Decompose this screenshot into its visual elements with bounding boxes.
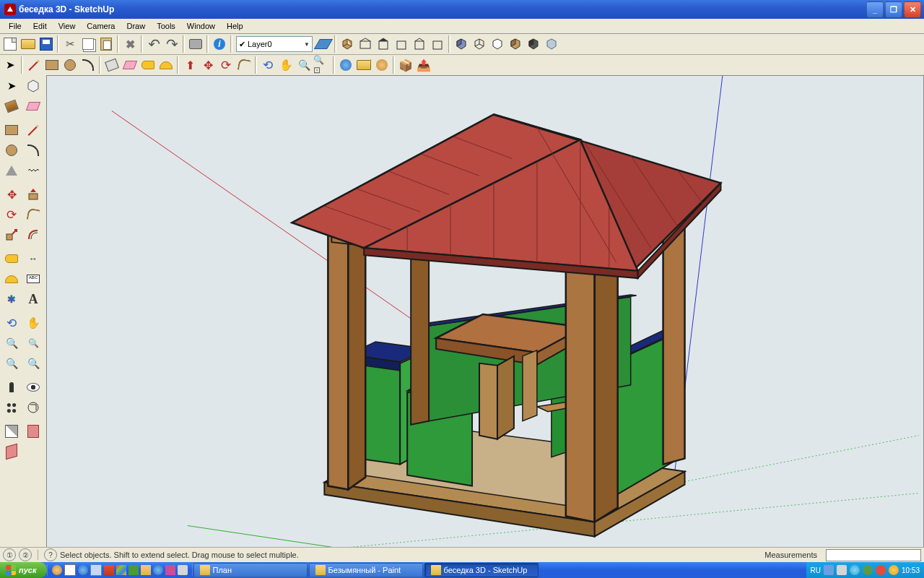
status-icon-1[interactable]: ①: [3, 548, 16, 561]
menu-camera[interactable]: Camera: [81, 20, 121, 32]
print-button[interactable]: [187, 35, 204, 53]
rotate-tool-button[interactable]: ⟳: [1, 205, 22, 224]
save-button[interactable]: [38, 35, 55, 53]
menu-window[interactable]: Window: [181, 20, 221, 32]
ql-icon[interactable]: [64, 564, 76, 576]
section-fill-button[interactable]: [1, 442, 22, 461]
pushpull-button[interactable]: [23, 185, 43, 204]
ql-icon[interactable]: [78, 565, 88, 575]
taskbar-task[interactable]: План: [193, 563, 308, 577]
maximize-button[interactable]: ❐: [885, 1, 902, 17]
camera-top-button[interactable]: [357, 35, 374, 53]
previous-view-button[interactable]: 🔍: [1, 354, 22, 373]
ql-icon[interactable]: [90, 564, 102, 576]
position-camera-button[interactable]: [1, 378, 22, 397]
get-models-button[interactable]: [337, 56, 354, 74]
measurements-input[interactable]: [826, 549, 921, 561]
followme-button[interactable]: [235, 56, 253, 74]
camera-left-button[interactable]: [429, 35, 446, 53]
zoom-extents-button[interactable]: 🔍⊡: [313, 56, 331, 74]
camera-front-button[interactable]: [375, 35, 392, 53]
menu-file[interactable]: File: [3, 20, 27, 32]
orbit-button[interactable]: ⟲: [259, 56, 276, 74]
copy-button[interactable]: [79, 35, 97, 53]
undo-button[interactable]: ↷: [145, 35, 162, 53]
start-button[interactable]: пуск: [0, 562, 47, 578]
section-cut-button[interactable]: [23, 422, 43, 441]
freehand-tool-button[interactable]: 〰: [23, 161, 43, 180]
menu-edit[interactable]: Edit: [27, 20, 53, 32]
ql-icon[interactable]: [141, 565, 151, 575]
close-button[interactable]: ✕: [904, 1, 921, 17]
share-model-button[interactable]: ↑: [355, 56, 372, 74]
component-button[interactable]: [23, 77, 43, 95]
orbit-button[interactable]: ⟲: [1, 314, 22, 332]
look-around-button[interactable]: [23, 378, 43, 397]
redo-button[interactable]: ↷: [163, 35, 180, 53]
menu-tools[interactable]: Tools: [151, 20, 181, 32]
language-indicator[interactable]: RU: [811, 566, 821, 574]
line-tool-button[interactable]: [25, 56, 43, 74]
pushpull-button[interactable]: ⬆: [181, 56, 199, 74]
cut-button[interactable]: ✂: [61, 35, 79, 53]
ql-icon[interactable]: [116, 565, 126, 575]
next-view-button[interactable]: 🔍: [23, 354, 43, 373]
clock[interactable]: 10:53: [902, 566, 920, 574]
eraser-tool-button[interactable]: [121, 56, 139, 74]
tray-icon[interactable]: [863, 565, 873, 575]
pan-button[interactable]: ✋: [277, 56, 295, 74]
rectangle-tool-button[interactable]: [1, 121, 22, 139]
protractor-button[interactable]: [157, 56, 175, 74]
style-wireframe-button[interactable]: [471, 35, 488, 53]
pan-button[interactable]: ✋: [23, 314, 43, 332]
3d-text-button[interactable]: A: [23, 290, 43, 309]
tray-icon[interactable]: [889, 565, 899, 575]
minimize-button[interactable]: _: [866, 1, 884, 17]
model-info-button[interactable]: i: [211, 35, 228, 53]
move-tool-button[interactable]: ✥: [199, 56, 217, 74]
walk-button[interactable]: ●●●●: [1, 398, 22, 417]
layer-manager-button[interactable]: [315, 35, 332, 53]
line-tool-button[interactable]: [23, 121, 43, 139]
ql-icon[interactable]: [52, 565, 62, 575]
taskbar-task[interactable]: беседка 3D - SketchUp: [424, 563, 539, 577]
viewport[interactable]: [46, 75, 924, 548]
circle-tool-button[interactable]: [61, 56, 79, 74]
tape-measure-button[interactable]: [139, 56, 157, 74]
eraser-tool-button[interactable]: [23, 97, 43, 116]
followme-button[interactable]: [23, 205, 43, 224]
style-shaded-button[interactable]: [453, 35, 470, 53]
arc-tool-button[interactable]: [79, 56, 97, 74]
scale-tool-button[interactable]: [1, 225, 22, 244]
style-shadedtex-button[interactable]: [507, 35, 524, 53]
camera-back-button[interactable]: [411, 35, 428, 53]
polygon-tool-button[interactable]: [1, 161, 22, 180]
zoom-button[interactable]: 🔍: [295, 56, 313, 74]
offset-tool-button[interactable]: [23, 225, 43, 244]
ql-icon[interactable]: [104, 565, 114, 575]
menu-draw[interactable]: Draw: [121, 20, 151, 32]
zoom-button[interactable]: 🔍: [1, 334, 22, 353]
paste-button[interactable]: [97, 35, 115, 53]
rotate-tool-button[interactable]: ⟳: [217, 56, 235, 74]
tray-icon[interactable]: [837, 565, 847, 575]
status-icon-2[interactable]: ②: [19, 548, 32, 561]
arc-tool-button[interactable]: [23, 141, 43, 160]
select-tool-button[interactable]: ➤: [1, 77, 22, 95]
select-tool-button[interactable]: ➤: [1, 56, 19, 74]
new-button[interactable]: [1, 35, 19, 53]
tray-icon[interactable]: [850, 565, 860, 575]
camera-right-button[interactable]: [393, 35, 410, 53]
move-tool-button[interactable]: ✥: [1, 185, 22, 204]
style-hiddenline-button[interactable]: [489, 35, 506, 53]
section-display-button[interactable]: [1, 422, 22, 441]
erase-button[interactable]: ✖: [121, 35, 139, 53]
tape-measure-button[interactable]: [1, 249, 22, 268]
menu-help[interactable]: Help: [221, 20, 249, 32]
ql-icon[interactable]: [128, 565, 139, 575]
style-xray-button[interactable]: [543, 35, 560, 53]
ql-icon[interactable]: [165, 565, 175, 575]
section-plane-button[interactable]: [23, 398, 43, 417]
taskbar-task[interactable]: Безымянный - Paint: [309, 563, 423, 577]
layer-selector[interactable]: ✔ Layer0 ▼: [236, 36, 313, 52]
